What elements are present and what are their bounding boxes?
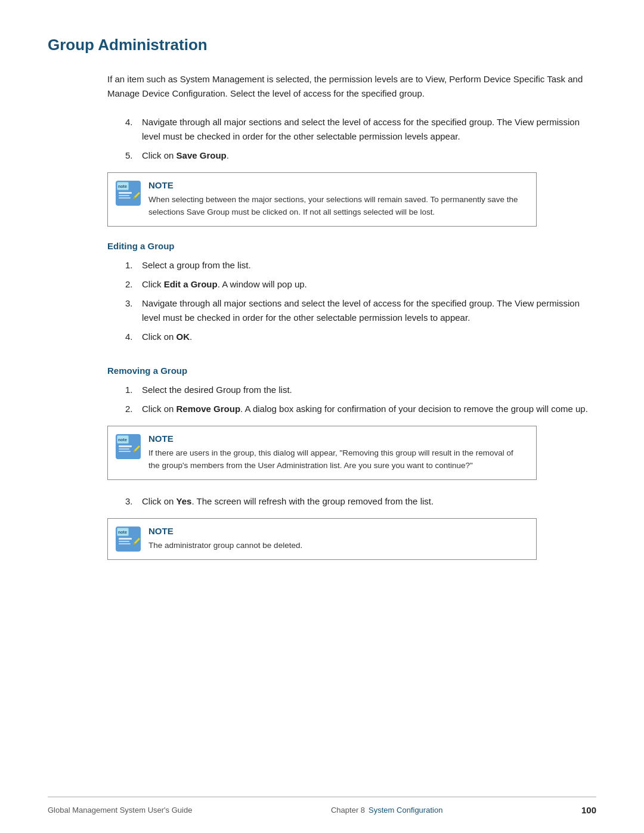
note-2-content: NOTE If there are users in the group, th… — [148, 433, 527, 472]
svg-rect-6 — [119, 197, 131, 199]
svg-text:note: note — [118, 438, 127, 442]
footer-section: System Configuration — [369, 806, 442, 815]
removing-step-3-text: Click on Yes. The screen will refresh wi… — [142, 494, 596, 509]
removing-step-3-bold: Yes — [177, 496, 192, 506]
removing-step-2-bold: Remove Group — [177, 404, 241, 414]
note-box-1: note NOTE When selecting between the maj… — [107, 172, 537, 227]
note-box-2: note NOTE If there are users in the grou… — [107, 426, 537, 480]
editing-step-3-num: 3. — [125, 296, 138, 325]
removing-step-1-num: 1. — [125, 383, 138, 397]
note-box-3: note NOTE The administrator group cannot… — [107, 518, 537, 560]
editing-step-2-num: 2. — [125, 277, 138, 292]
svg-rect-4 — [119, 192, 132, 194]
editing-step-1: 1. Select a group from the list. — [125, 258, 596, 272]
note-2-title: NOTE — [148, 433, 527, 444]
note-1-content: NOTE When selecting between the major se… — [148, 180, 527, 219]
step-4-item: 4. Navigate through all major sections a… — [125, 115, 596, 144]
step-5-bold: Save Group — [177, 150, 227, 160]
page-title: Group Administration — [48, 36, 596, 54]
removing-step-1: 1. Select the desired Group from the lis… — [125, 383, 596, 397]
editing-step-2-bold: Edit a Group — [164, 279, 218, 289]
editing-step-1-num: 1. — [125, 258, 138, 272]
editing-step-3: 3. Navigate through all major sections a… — [125, 296, 596, 325]
footer-divider — [48, 797, 596, 797]
step-5-item: 5. Click on Save Group. — [125, 148, 596, 163]
editing-step-2: 2. Click Edit a Group. A window will pop… — [125, 277, 596, 292]
editing-step-2-text: Click Edit a Group. A window will pop up… — [142, 277, 596, 292]
note-3-title: NOTE — [148, 526, 527, 536]
editing-step-4-bold: OK — [177, 332, 190, 342]
removing-step-1-text: Select the desired Group from the list. — [142, 383, 596, 397]
removing-step-3: 3. Click on Yes. The screen will refresh… — [125, 494, 596, 509]
note-3-content: NOTE The administrator group cannot be d… — [148, 526, 527, 552]
footer-chapter: Chapter 8 — [331, 806, 365, 815]
svg-text:note: note — [118, 530, 127, 534]
svg-rect-22 — [119, 538, 132, 540]
svg-rect-14 — [119, 448, 129, 450]
note-3-text: The administrator group cannot be delete… — [148, 540, 527, 552]
step-5-number: 5. — [125, 148, 138, 163]
step-4-text: Navigate through all major sections and … — [142, 115, 596, 144]
svg-rect-15 — [119, 451, 131, 452]
editing-step-1-text: Select a group from the list. — [142, 258, 596, 272]
removing-step-2-num: 2. — [125, 402, 138, 416]
svg-rect-5 — [119, 195, 129, 196]
footer-page-number: 100 — [581, 805, 596, 815]
step-5-text: Click on Save Group. — [142, 148, 596, 163]
editing-step-4-num: 4. — [125, 330, 138, 344]
removing-step-2-text: Click on Remove Group. A dialog box aski… — [142, 402, 596, 416]
note-icon-3: note — [115, 526, 141, 552]
editing-step-4-text: Click on OK. — [142, 330, 596, 344]
svg-rect-23 — [119, 541, 129, 542]
removing-group-section: Removing a Group 1. Select the desired G… — [48, 366, 596, 560]
editing-group-section: Editing a Group 1. Select a group from t… — [48, 241, 596, 344]
note-1-text: When selecting between the major section… — [148, 194, 527, 219]
note-2-text: If there are users in the group, this di… — [148, 447, 527, 472]
note-icon-1: note — [115, 180, 141, 206]
removing-group-heading: Removing a Group — [107, 366, 596, 376]
footer-left-text: Global Management System User's Guide — [48, 806, 192, 815]
svg-rect-24 — [119, 543, 131, 544]
step-4-number: 4. — [125, 115, 138, 144]
removing-step-2: 2. Click on Remove Group. A dialog box a… — [125, 402, 596, 416]
svg-text:note: note — [118, 184, 127, 188]
editing-group-heading: Editing a Group — [107, 241, 596, 251]
footer-center: Chapter 8 System Configuration — [331, 806, 442, 815]
intro-paragraph: If an item such as System Management is … — [107, 72, 596, 101]
removing-step-3-num: 3. — [125, 494, 138, 509]
note-icon-2: note — [115, 433, 141, 460]
editing-step-4: 4. Click on OK. — [125, 330, 596, 344]
svg-rect-13 — [119, 445, 132, 447]
editing-step-3-text: Navigate through all major sections and … — [142, 296, 596, 325]
note-1-title: NOTE — [148, 180, 527, 190]
footer: Global Management System User's Guide Ch… — [0, 805, 644, 815]
